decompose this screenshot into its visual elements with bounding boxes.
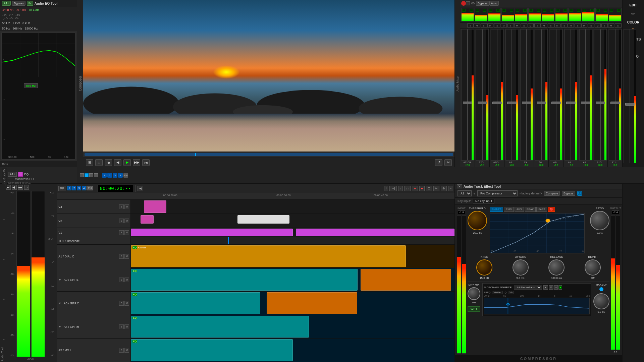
mode-clip-btn[interactable]: 🔴	[548, 207, 555, 212]
track-content-a2[interactable]: EQ	[131, 268, 454, 291]
mode-smart-btn[interactable]: SMART	[490, 207, 503, 212]
back-btn[interactable]: ◀	[114, 159, 121, 166]
list-item[interactable]	[296, 229, 454, 236]
track-btn-v1-1[interactable]: S	[119, 230, 124, 235]
list-item[interactable]	[237, 215, 289, 224]
mixer-mono-btn[interactable]	[466, 1, 470, 5]
solo-btn[interactable]: S	[534, 23, 541, 27]
mute-btn[interactable]: M	[608, 23, 614, 27]
track-num-3[interactable]: 3	[113, 173, 117, 178]
list-item[interactable]	[144, 200, 167, 213]
channel-thumbnail[interactable]	[515, 8, 528, 21]
track-expand-a2[interactable]: ▼	[58, 278, 61, 282]
mute-btn[interactable]: M	[487, 23, 494, 27]
track-btn-a2-s[interactable]: S	[119, 278, 124, 282]
track-btn-a5-m[interactable]: M	[124, 348, 129, 353]
at-btn-4[interactable]: ▭	[24, 185, 29, 190]
tl-splice-btn[interactable]: ⊡	[426, 186, 432, 191]
track-content-a4[interactable]: EQ	[131, 315, 454, 338]
track-btn-a1-m[interactable]: M	[124, 254, 129, 259]
sc-active-btn[interactable]: ●	[558, 285, 562, 290]
tl-track-1-btn[interactable]: 1	[67, 186, 71, 190]
tl-track-3-btn[interactable]: 3	[77, 186, 81, 190]
track-btn-a5-s[interactable]: S	[119, 348, 124, 353]
mode-rms-btn[interactable]: RMS	[504, 207, 514, 212]
tl-tool-btn-3[interactable]	[89, 173, 93, 177]
mute-btn[interactable]: M	[541, 23, 547, 27]
list-item[interactable]	[361, 269, 451, 291]
loop-btn[interactable]: ↺	[435, 159, 442, 166]
fader-handle[interactable]	[463, 102, 472, 104]
comp-m-btn[interactable]: M	[577, 191, 582, 196]
sc-down-btn[interactable]: ▼	[549, 285, 553, 290]
compare-btn[interactable]: Compare	[544, 191, 560, 196]
tl-tool-btn-2[interactable]	[85, 173, 89, 177]
sc-freq-value[interactable]: 20.0 Hz	[492, 291, 502, 294]
tl-lift-btn[interactable]: ↑	[398, 186, 403, 191]
fader-handle[interactable]	[478, 102, 487, 104]
tl-extract-btn[interactable]: ↑↑	[404, 186, 411, 191]
mute-btn[interactable]: M	[568, 23, 574, 27]
knee-knob[interactable]	[476, 259, 492, 276]
fader-handle[interactable]	[492, 102, 502, 104]
track-expand-a3[interactable]: ▼	[58, 302, 61, 305]
track-content-v4[interactable]	[131, 200, 454, 214]
track-btn-a3-s[interactable]: S	[119, 301, 124, 306]
tl-track-2-btn[interactable]: 2	[72, 186, 76, 190]
threshold-knob[interactable]	[468, 211, 487, 230]
plugin-select[interactable]: Pro Compressor	[477, 190, 518, 196]
solo-btn[interactable]: S	[575, 23, 581, 27]
sc-q-value[interactable]: 5.0	[508, 291, 514, 294]
fader-handle[interactable]	[537, 102, 546, 104]
color-button[interactable]: COLOR	[625, 19, 642, 25]
depth-knob[interactable]	[585, 259, 601, 276]
tl-in-btn[interactable]: I	[384, 186, 388, 191]
solo-btn[interactable]: S	[561, 23, 568, 27]
fader-handle[interactable]	[507, 102, 517, 104]
fader-handle[interactable]	[610, 102, 620, 104]
list-item[interactable]: EQ	[131, 269, 358, 291]
track-content-v2[interactable]	[131, 214, 454, 228]
list-item[interactable]: EQ	[131, 316, 309, 338]
track-content-v1[interactable]	[131, 228, 454, 237]
timebar-track[interactable]	[85, 153, 453, 156]
fader-handle[interactable]	[581, 102, 590, 104]
channel-thumbnail[interactable]	[582, 8, 595, 21]
mute-btn[interactable]: M	[554, 23, 561, 27]
wet-button[interactable]: WET	[468, 306, 480, 312]
mute-btn[interactable]: M	[514, 23, 521, 27]
track-num-ph[interactable]: PH	[123, 173, 128, 178]
end-btn[interactable]: ⏭	[142, 159, 150, 166]
a1-button[interactable]: A1+	[2, 1, 11, 6]
track-num-1[interactable]: 1	[102, 173, 107, 178]
play-btn[interactable]: ▶	[123, 159, 131, 166]
solo-btn[interactable]: S	[521, 23, 527, 27]
track-content-a1[interactable]: EQ +5.0 dB	[131, 245, 454, 268]
sc-source-select[interactable]: Int-StereoPairs	[514, 285, 542, 290]
mute-btn[interactable]: M	[595, 23, 601, 27]
close-button[interactable]: ✕	[457, 184, 462, 188]
solo-btn[interactable]: S	[507, 23, 514, 27]
at-btn-1[interactable]: ⏮	[6, 185, 11, 190]
channel-thumbnail[interactable]	[488, 8, 501, 21]
release-knob[interactable]	[548, 259, 565, 276]
track-btn-v2-2[interactable]: M	[124, 219, 129, 223]
tl-link-btn[interactable]: ⊘	[441, 186, 447, 191]
fader-handle[interactable]	[522, 102, 531, 104]
track-btn-v1-2[interactable]: M	[124, 230, 129, 235]
track-btn-a3-m[interactable]: M	[124, 301, 129, 306]
track-content-tc1[interactable]	[131, 237, 454, 244]
track-num-2[interactable]: 2	[107, 173, 112, 178]
tl-out-btn[interactable]: →|	[389, 186, 396, 191]
mixer-rec-btn[interactable]	[461, 1, 466, 6]
track-btn-a1-s[interactable]: S	[119, 254, 124, 259]
mute-btn[interactable]: M	[528, 23, 534, 27]
track-content-a5[interactable]: EQ	[131, 339, 454, 362]
comp-bypass-btn[interactable]: Bypass	[562, 191, 575, 196]
track-btn-v2-1[interactable]: S	[119, 219, 124, 223]
track-num-4[interactable]: 4	[118, 173, 123, 178]
solo-btn[interactable]: S	[481, 23, 487, 27]
fader-handle[interactable]	[566, 102, 576, 104]
tl-red-arrow[interactable]: ➤	[412, 186, 418, 191]
edit-button[interactable]: EDIT	[625, 2, 642, 8]
